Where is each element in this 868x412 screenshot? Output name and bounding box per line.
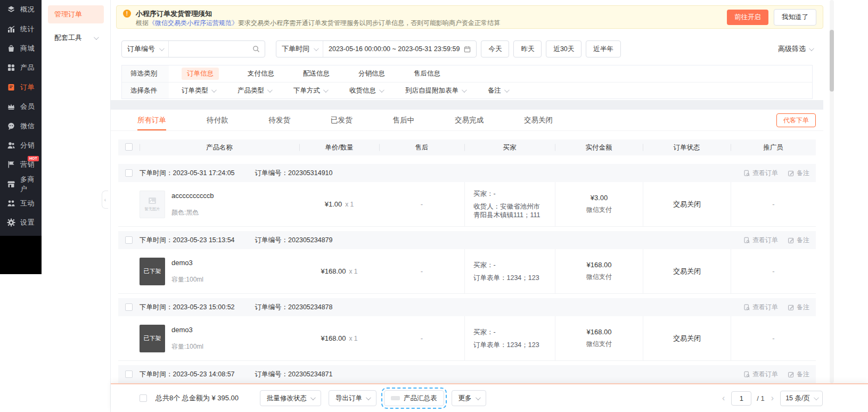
warning-icon: !	[123, 10, 131, 18]
tab-pending-payment[interactable]: 待付款	[207, 110, 228, 130]
search-field-select[interactable]: 订单编号	[122, 41, 169, 57]
product-name[interactable]: accccccccccb	[171, 192, 214, 200]
remark-action[interactable]: 备注	[788, 169, 809, 178]
sidebar-collapse-handle[interactable]: ‹	[102, 191, 108, 209]
condition-receiver-info[interactable]: 收货信息	[349, 86, 383, 95]
proxy-order-button[interactable]: 代客下单	[776, 113, 816, 127]
multi-merchant-store-icon	[7, 180, 15, 188]
distribution-users-icon	[7, 141, 15, 150]
scrollbar-thumb[interactable]	[830, 30, 834, 92]
tab-completed[interactable]: 交易完成	[455, 110, 484, 130]
column-header-status: 订单状态	[643, 143, 731, 152]
chevron-down-icon	[504, 87, 510, 93]
tab-aftersale[interactable]: 售后中	[393, 110, 415, 130]
sidebar-item-mall[interactable]: 商城	[0, 39, 42, 58]
product-name[interactable]: demo3	[171, 326, 203, 334]
submenu-item-manage-orders[interactable]: 管理订单	[48, 5, 104, 23]
quick-filter-halfyear[interactable]: 近半年	[586, 40, 621, 57]
tab-closed[interactable]: 交易关闭	[524, 110, 553, 130]
select-all-checkbox-cell	[118, 143, 140, 152]
submenu-item-tools[interactable]: 配套工具	[48, 29, 104, 47]
category-order-info[interactable]: 订单信息	[182, 68, 219, 80]
order-row: 已下架 demo3 容量:100ml ¥168.00x 1 - 买家：- 订单表…	[118, 316, 816, 361]
tab-shipped[interactable]: 已发货	[331, 110, 353, 130]
order-block: 下单时间：2023-05-23 15:13:54 订单编号：2023052348…	[118, 231, 816, 294]
time-field-select[interactable]: 下单时间	[276, 41, 323, 57]
view-order-action[interactable]: 查看订单	[743, 236, 778, 245]
sidebar-item-wechat[interactable]: 微信	[0, 116, 42, 135]
chevron-down-icon	[476, 395, 481, 400]
order-header: 下单时间：2023-05-31 17:24:05 订单编号：2023053149…	[118, 164, 816, 182]
category-payment-info[interactable]: 支付信息	[248, 69, 274, 78]
banner-spec-link[interactable]: 《微信交易类小程序运营规范》	[149, 19, 238, 27]
prev-page-arrow[interactable]: ‹	[721, 393, 726, 403]
column-header-paid: 实付金额	[555, 143, 643, 152]
sidebar-item-member[interactable]: 会员	[0, 97, 42, 116]
date-range-picker[interactable]: 2023-05-16 00:00:00 ~ 2023-05-31 23:59:5…	[323, 45, 476, 53]
order-form-line: 订单表单：1234；123	[473, 341, 539, 349]
sidebar-item-label: 统计	[20, 24, 35, 34]
primary-sidebar: 概况 统计 商城 产品 订单 会员 微信 分销 营销 HOT 多商户 互动	[0, 0, 42, 236]
main-content: ! 小程序订单发货管理须知 根据《微信交易类小程序运营规范》要求交易类小程序需开…	[111, 0, 868, 412]
orders-card: 所有订单 待付款 待发货 已发货 售后中 交易完成 交易关闭 代客下单 产品名称…	[111, 110, 823, 383]
filter-bar: 订单编号 下单时间 2023-05-16 00:00:00 ~ 2023-05-…	[121, 40, 813, 57]
order-time: 下单时间：2023-05-31 17:24:05	[140, 169, 235, 178]
order-checkbox[interactable]	[125, 370, 133, 378]
sidebar-item-label: 互动	[20, 199, 35, 208]
condition-pickup-form[interactable]: 到店自提附加表单	[405, 86, 465, 95]
category-delivery-info[interactable]: 配送信息	[303, 69, 330, 78]
sidebar-item-order[interactable]: 订单	[0, 78, 42, 97]
page-size-select[interactable]: 15 条/页	[780, 391, 823, 406]
go-enable-button[interactable]: 前往开启	[727, 10, 768, 25]
category-aftersale-info[interactable]: 售后信息	[414, 69, 440, 78]
sidebar-item-multi-merchant[interactable]: 多商户	[0, 175, 42, 194]
footer-select-all-checkbox[interactable]	[140, 394, 147, 402]
view-order-action[interactable]: 查看订单	[743, 370, 778, 379]
tab-all-orders[interactable]: 所有订单	[137, 110, 166, 130]
sidebar-item-marketing[interactable]: 营销 HOT	[0, 155, 42, 174]
export-orders-button[interactable]: 导出订单	[329, 390, 376, 406]
sidebar-item-interaction[interactable]: 互动	[0, 194, 42, 213]
remark-action[interactable]: 备注	[788, 370, 809, 379]
sidebar-item-product[interactable]: 产品	[0, 58, 42, 77]
marketing-flag-icon	[7, 160, 15, 169]
quick-filter-today[interactable]: 今天	[481, 40, 509, 57]
view-order-action[interactable]: 查看订单	[743, 169, 778, 178]
order-checkbox[interactable]	[125, 303, 133, 311]
batch-update-status-button[interactable]: 批量修改状态	[260, 390, 321, 406]
order-checkbox[interactable]	[125, 236, 133, 244]
remark-action[interactable]: 备注	[788, 236, 809, 245]
quick-filter-30days[interactable]: 近30天	[546, 40, 582, 57]
order-number: 订单编号：202305314910	[255, 169, 333, 178]
page-number-input[interactable]	[731, 391, 751, 406]
category-distribution-info[interactable]: 分销信息	[358, 69, 385, 78]
product-name[interactable]: demo3	[171, 259, 203, 267]
order-checkbox[interactable]	[125, 169, 133, 177]
sidebar-footer-block	[0, 236, 42, 274]
quick-filter-yesterday[interactable]: 昨天	[513, 40, 542, 57]
condition-remark[interactable]: 备注	[488, 86, 508, 95]
product-summary-button[interactable]: 产品汇总表	[384, 390, 444, 406]
condition-order-method[interactable]: 下单方式	[293, 86, 327, 95]
scrollbar-track[interactable]	[830, 0, 834, 383]
sidebar-item-settings[interactable]: 设置	[0, 213, 42, 232]
buyer-line: 买家：-	[473, 189, 496, 198]
aftersale-cell: -	[379, 182, 464, 226]
condition-order-type[interactable]: 订单类型	[182, 86, 215, 95]
got-it-button[interactable]: 我知道了	[774, 9, 816, 26]
order-status-tabs: 所有订单 待付款 待发货 已发货 售后中 交易完成 交易关闭 代客下单	[111, 110, 823, 131]
remark-action[interactable]: 备注	[788, 303, 809, 312]
sidebar-item-stats[interactable]: 统计	[0, 19, 42, 38]
advanced-filter-toggle[interactable]: 高级筛选	[778, 44, 813, 54]
view-order-action[interactable]: 查看订单	[743, 303, 778, 312]
aftersale-cell: -	[379, 249, 464, 293]
condition-product-type[interactable]: 产品类型	[238, 86, 271, 95]
tab-pending-shipment[interactable]: 待发货	[269, 110, 291, 130]
order-time: 下单时间：2023-05-23 15:13:54	[140, 236, 235, 245]
next-page-arrow[interactable]: ›	[770, 393, 775, 403]
select-all-checkbox[interactable]	[125, 143, 133, 151]
sidebar-item-overview[interactable]: 概况	[0, 0, 42, 19]
more-actions-button[interactable]: 更多	[452, 390, 486, 406]
order-search-input[interactable]	[169, 41, 248, 57]
sidebar-item-distribution[interactable]: 分销	[0, 136, 42, 155]
